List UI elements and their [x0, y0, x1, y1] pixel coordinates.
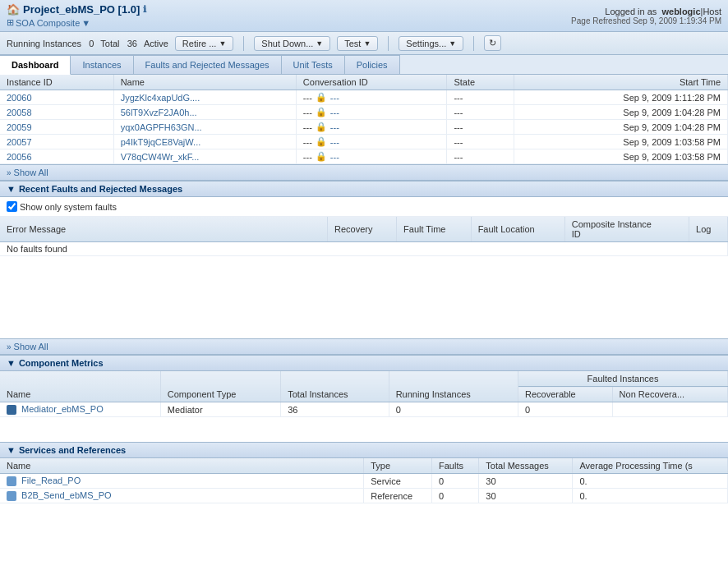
conv-id-link[interactable]: ---	[330, 137, 339, 147]
cm-total-cell: 36	[281, 402, 389, 417]
page-refresh-info: Page Refreshed Sep 9, 2009 1:19:34 PM	[571, 16, 721, 25]
show-all-label: Show All	[14, 168, 48, 177]
cm-type-cell: Mediator	[160, 402, 280, 417]
retire-label: Retire ...	[182, 39, 217, 48]
cm-col-recoverable: Recoverable	[518, 387, 612, 402]
table-row: 20057 p4IkT9jqCE8VajW... --- 🔒 --- --- S…	[0, 135, 728, 149]
service-icon	[7, 476, 16, 486]
instance-name-cell[interactable]: 56lT9XvzF2JA0h...	[113, 105, 296, 120]
running-instances-label: Running Instances	[7, 39, 81, 48]
system-faults-checkbox-label[interactable]: Show only system faults	[7, 201, 117, 212]
instance-convid-cell: --- 🔒 ---	[296, 135, 447, 149]
header-left: 🏠 Project_ebMS_PO [1.0] ℹ ⊞ SOA Composit…	[7, 3, 146, 28]
col-fault-location: Fault Location	[471, 217, 564, 242]
tab-bar: Dashboard Instances Faults and Rejected …	[0, 55, 728, 75]
instance-name-cell[interactable]: V78qCW4Wr_xkF...	[113, 149, 296, 164]
running-instances-item: Running Instances 0	[7, 39, 94, 48]
refresh-button[interactable]: ↻	[484, 35, 501, 51]
instance-name-cell[interactable]: JygzKlc4xapUdG....	[113, 90, 296, 105]
conv-id-icon[interactable]: 🔒	[316, 122, 327, 132]
system-faults-label: Show only system faults	[20, 202, 117, 212]
info-icon: ℹ	[143, 4, 146, 15]
instance-start-cell: Sep 9, 2009 1:04:28 PM	[514, 105, 728, 120]
retire-dropdown-icon: ▼	[219, 39, 226, 48]
settings-button[interactable]: Settings... ▼	[399, 36, 463, 51]
test-button[interactable]: Test ▼	[337, 36, 378, 51]
faults-show-all[interactable]: » Show All	[0, 338, 728, 355]
toolbar-sep-1	[243, 36, 244, 51]
conv-id-icon[interactable]: 🔒	[316, 151, 327, 162]
mediator-icon	[7, 405, 16, 415]
conv-id-link[interactable]: ---	[330, 93, 339, 103]
conv-id-icon[interactable]: 🔒	[316, 92, 327, 103]
settings-label: Settings...	[406, 39, 446, 48]
sr-col-avg-processing: Average Processing Time (s	[573, 458, 728, 474]
instance-id-cell[interactable]: 20059	[0, 120, 113, 135]
component-metrics-collapse-icon[interactable]: ▼	[7, 358, 16, 368]
col-name: Name	[113, 75, 296, 90]
sr-name-cell[interactable]: File_Read_PO	[0, 474, 364, 489]
total-value: 36	[127, 39, 137, 48]
instance-convid-cell: --- 🔒 ---	[296, 120, 447, 135]
tab-dashboard[interactable]: Dashboard	[0, 55, 71, 75]
conv-id-icon[interactable]: 🔒	[316, 136, 327, 147]
instances-show-all[interactable]: » Show All	[0, 164, 728, 181]
col-state: State	[447, 75, 514, 90]
total-item: Total 36	[100, 39, 137, 48]
instance-id-cell[interactable]: 20058	[0, 105, 113, 120]
instance-name-cell[interactable]: p4IkT9jqCE8VajW...	[113, 135, 296, 149]
services-references-title: Services and References	[19, 445, 126, 455]
sr-faults-cell: 0	[432, 474, 479, 489]
cm-nonrecoverable-cell	[612, 402, 727, 417]
col-start-time: Start Time	[514, 75, 728, 90]
cm-name-cell[interactable]: Mediator_ebMS_PO	[0, 402, 160, 417]
cm-col-name: Name	[0, 371, 160, 402]
header-right: Logged in as weblogic|Host Page Refreshe…	[571, 7, 721, 25]
sr-name-cell[interactable]: B2B_Send_ebMS_PO	[0, 489, 364, 503]
test-label: Test	[344, 39, 361, 48]
faults-toolbar: Show only system faults	[0, 197, 728, 217]
col-error-message: Error Message	[0, 217, 327, 242]
conv-id-link[interactable]: ---	[330, 108, 339, 117]
shutdown-button[interactable]: Shut Down... ▼	[254, 36, 330, 51]
table-row: B2B_Send_ebMS_PO Reference 0 30 0.	[0, 489, 728, 503]
col-fault-time: Fault Time	[397, 217, 472, 242]
tab-instances[interactable]: Instances	[71, 55, 133, 74]
instance-id-cell[interactable]: 20056	[0, 149, 113, 164]
sr-col-type: Type	[364, 458, 432, 474]
toolbar-sep-2	[388, 36, 389, 51]
instance-name-cell[interactable]: yqx0AGPFH63GN...	[113, 120, 296, 135]
col-log: Log	[689, 217, 728, 242]
conv-id-icon[interactable]: 🔒	[316, 107, 327, 117]
services-references-section-header: ▼ Services and References	[0, 442, 728, 458]
logged-in-label: Logged in as	[605, 7, 657, 16]
instance-convid-cell: --- 🔒 ---	[296, 149, 447, 164]
retire-button[interactable]: Retire ... ▼	[175, 36, 234, 51]
conv-id-link[interactable]: ---	[330, 152, 339, 162]
project-title-row: 🏠 Project_ebMS_PO [1.0] ℹ	[7, 3, 146, 16]
main-content: Instance ID Name Conversation ID State S…	[0, 75, 728, 579]
system-faults-checkbox[interactable]	[7, 201, 17, 212]
instance-state-cell: ---	[447, 90, 514, 105]
conv-id-link[interactable]: ---	[330, 122, 339, 132]
active-label: Active	[144, 39, 168, 48]
soa-dropdown-icon[interactable]: ▼	[81, 18, 90, 28]
services-collapse-icon[interactable]: ▼	[7, 445, 16, 455]
tab-unit-tests[interactable]: Unit Tests	[282, 55, 345, 74]
sr-avg-cell: 0.	[573, 489, 728, 503]
instance-id-cell[interactable]: 20057	[0, 135, 113, 149]
cm-col-faulted: Faulted Instances	[518, 371, 727, 387]
tab-policies[interactable]: Policies	[345, 55, 400, 74]
soa-composite-row[interactable]: ⊞ SOA Composite ▼	[7, 17, 146, 28]
component-metrics-space	[0, 417, 728, 442]
table-row: 20060 JygzKlc4xapUdG.... --- 🔒 --- --- S…	[0, 90, 728, 105]
soa-composite-icon: ⊞	[7, 17, 14, 28]
total-label: Total	[100, 39, 119, 48]
instance-state-cell: ---	[447, 135, 514, 149]
collapse-icon[interactable]: ▼	[7, 184, 16, 194]
table-row: Mediator_ebMS_PO Mediator 36 0 0	[0, 402, 728, 417]
project-title: Project_ebMS_PO [1.0]	[23, 3, 140, 16]
instance-id-cell[interactable]: 20060	[0, 90, 113, 105]
sr-total-messages-cell: 30	[479, 489, 573, 503]
tab-faults-rejected[interactable]: Faults and Rejected Messages	[134, 55, 282, 74]
